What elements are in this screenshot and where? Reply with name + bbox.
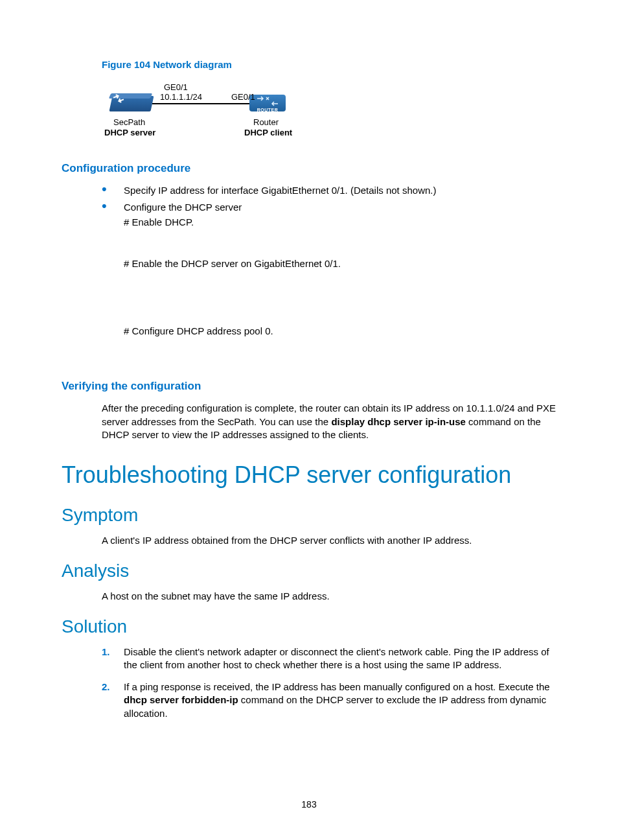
list-item: 2. If a ping response is received, the I… <box>62 681 560 720</box>
solution-command: dhcp server forbidden-ip <box>124 694 238 705</box>
page-content: Figure 104 Network diagram ROUTER G <box>62 58 560 729</box>
left-device-role: DHCP server <box>104 127 155 139</box>
troubleshoot-title: Troubleshooting DHCP server configuratio… <box>62 460 560 491</box>
network-diagram: ROUTER GE0/1 10.1.1.1/24 GE0/1 SecPath D… <box>109 80 304 142</box>
step-number: 1. <box>102 646 110 659</box>
symptom-heading: Symptom <box>62 503 560 528</box>
analysis-text: A host on the subnet may have the same I… <box>102 590 560 603</box>
step-number: 2. <box>102 681 110 694</box>
step-text: # Configure DHCP address pool 0. <box>124 325 560 338</box>
config-procedure-heading: Configuration procedure <box>62 161 560 176</box>
left-device-name: SecPath <box>113 117 145 128</box>
link-line-icon <box>152 103 249 104</box>
bullet-text: Configure the DHCP server <box>124 202 242 213</box>
config-bullets: Specify IP address for interface Gigabit… <box>62 184 560 215</box>
bullet-text: Specify IP address for interface Gigabit… <box>124 185 436 196</box>
symptom-text: A client's IP address obtained from the … <box>102 534 560 547</box>
list-item: 1. Disable the client's network adapter … <box>62 646 560 672</box>
router-badge: ROUTER <box>249 107 286 113</box>
solution-list: 1. Disable the client's network adapter … <box>62 646 560 720</box>
list-item: Configure the DHCP server <box>62 201 560 214</box>
solution-text: Disable the client's network adapter or … <box>124 646 549 670</box>
verify-paragraph: After the preceding configuration is com… <box>102 402 560 441</box>
right-device-role: DHCP client <box>244 127 292 139</box>
page-number: 183 <box>0 799 618 811</box>
figure-block: Figure 104 Network diagram ROUTER G <box>102 58 560 142</box>
left-ip-label: 10.1.1.1/24 <box>160 91 202 103</box>
verify-command: display dhcp server ip-in-use <box>331 416 466 427</box>
analysis-heading: Analysis <box>62 559 560 583</box>
solution-text-head: If a ping response is received, the IP a… <box>124 681 550 692</box>
list-item: Specify IP address for interface Gigabit… <box>62 184 560 197</box>
figure-caption: Figure 104 Network diagram <box>102 58 560 71</box>
verify-heading: Verifying the configuration <box>62 379 560 394</box>
right-interface-label: GE0/1 <box>231 91 255 103</box>
step-text: # Enable DHCP. <box>124 216 560 229</box>
right-device-name: Router <box>253 117 279 128</box>
step-text: # Enable the DHCP server on GigabitEther… <box>124 257 560 270</box>
solution-heading: Solution <box>62 614 560 639</box>
